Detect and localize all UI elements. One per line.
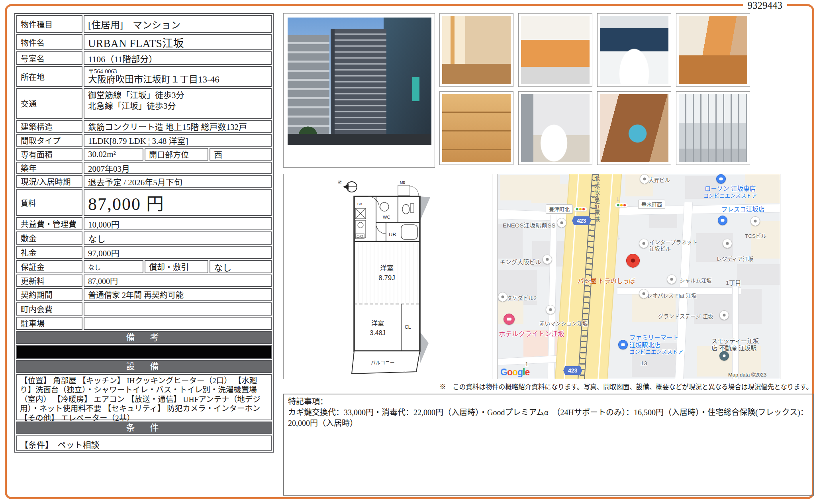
location-map: ↓ ↓ ↑ 北大阪急行電鉄 豊津町北 垂水町西 423 423 大昇ビル ローソ… — [498, 174, 780, 379]
amortization-label: 償却・敷引 — [145, 260, 208, 273]
map-label-familymart-line3: コンビニエンスストア — [629, 349, 683, 355]
cl-label: CL — [405, 324, 411, 330]
map-label-tcs: TCSビル — [745, 233, 766, 239]
closet-photo — [442, 94, 511, 162]
map-block — [737, 264, 780, 285]
common-fee-value: 10,000円 — [84, 217, 272, 230]
route-shield-423: 423 — [563, 366, 582, 375]
traffic-light-icon — [574, 207, 587, 212]
layout-value: 1LDK[8.79 LDK ¦ 3.48 洋室] — [84, 134, 272, 147]
railway-label: 北大阪急行電鉄 — [593, 176, 601, 223]
table-row: 礼金 97,000円 — [16, 246, 272, 259]
parking-value — [84, 317, 272, 330]
contract-value: 普通借家 2年間 再契約可能 — [84, 288, 272, 301]
map-attribution: Map data ©2023 — [728, 372, 766, 378]
table-row: 町内会費 — [16, 302, 272, 316]
compass-icon: N — [337, 180, 357, 192]
svg-text:N: N — [337, 180, 342, 184]
layout-label: 間取タイプ — [16, 134, 82, 147]
route-shield-423: 423 — [572, 216, 591, 225]
photo-thumb-toilet — [518, 91, 592, 165]
table-row: 共益費・管理費 10,000円 — [16, 217, 272, 230]
table-row: 敷金 なし — [16, 231, 272, 245]
table-row: 号室名 1106（11階部分） — [16, 51, 272, 65]
guarantee-value: なし — [84, 260, 143, 273]
table-row: 建築構造 鉄筋コンクリート造 地上15階 総戸数132戸 — [16, 120, 272, 133]
map-label-takeda: タケダビル2 — [507, 295, 537, 302]
map-block — [498, 224, 523, 259]
remarks-header: 備 考 — [16, 331, 272, 344]
traffic-arrow-icon: ↑ — [582, 332, 586, 340]
sb-label: SB — [357, 202, 362, 206]
photo-grid — [439, 13, 750, 165]
structure-label: 建築構造 — [16, 120, 82, 133]
address-text: 大阪府吹田市江坂町１丁目13-46 — [88, 75, 219, 85]
structure-value: 鉄筋コンクリート造 地上15階 総戸数132戸 — [84, 120, 272, 133]
map-street — [732, 286, 739, 379]
wc-label: WC — [383, 215, 390, 220]
map-pin-tcs — [750, 216, 760, 226]
map-pin-charme — [667, 275, 676, 284]
table-row: 間取タイプ 1LDK[8.79 LDK ¦ 3.48 洋室] — [16, 134, 272, 147]
rent-value: 87,000 円 — [84, 189, 272, 216]
photo-thumb-kitchen — [518, 13, 592, 87]
map-label-eneos: ENEOS江坂駅前SS — [503, 222, 556, 229]
document-number: 9329443 — [743, 0, 788, 11]
map-pin-interplanet — [639, 239, 649, 248]
map-pin-lawson — [716, 174, 726, 184]
property-table: 物件種目 [住居用] マンション 物件名 URBAN FLATS江坂 号室名 1… — [14, 13, 274, 453]
map-label-lawson-line2: コンビニエンスストア — [684, 193, 776, 199]
toilet-photo — [521, 94, 590, 162]
table-row: 物件名 URBAN FLATS江坂 — [16, 34, 272, 50]
map-label-residia: レジディア江坂 — [716, 256, 754, 263]
room-no-value: 1106（11階部分） — [84, 51, 272, 65]
special-notes-body: カギ鍵交換代：33,000円・消毒代：22,000円（入居時）・Goodプレミア… — [288, 407, 809, 429]
map-pin-takeda — [498, 292, 507, 302]
map-label-familymart-line1: ファミリーマート — [629, 334, 683, 342]
floorplan-drawing: N MB SB — [336, 176, 440, 377]
map-label-charme: シャルム江坂 — [680, 278, 712, 284]
room2-label: 洋室 — [371, 320, 384, 327]
photo-thumb-hallway — [676, 13, 750, 87]
renewal-label: 更新料 — [16, 275, 82, 287]
status-label: 現況/入居時期 — [16, 175, 82, 188]
renewal-value: 87,000円 — [84, 275, 272, 287]
remarks-body — [16, 345, 272, 359]
map-label-smotty-line1: スモッティー江坂 — [711, 337, 759, 345]
traffic-arrow-icon: ↓ — [616, 195, 619, 203]
facing-value: 西 — [210, 148, 272, 161]
kitchen-photo — [521, 16, 590, 84]
map-pin-smotty — [719, 351, 729, 361]
traffic-arrow-icon: ↓ — [617, 233, 621, 241]
mb-label: MB — [400, 180, 406, 184]
map-block — [531, 184, 568, 203]
conditions-text: 【条件】 ペット相談 — [16, 435, 272, 451]
photo-thumb-living — [439, 13, 513, 87]
address-value: 〒564-0063 大阪府吹田市江坂町１丁目13-46 — [84, 66, 272, 87]
map-label-lawson: ローソン 江坂東店 コンビニエンスストア — [684, 185, 776, 199]
rent-label: 賃料 — [16, 189, 82, 216]
living-room-photo — [442, 16, 511, 84]
deposit-label: 敷金 — [16, 231, 82, 245]
map-label-king: キング大阪ビル — [500, 259, 541, 266]
built-value: 2007年03月 — [84, 162, 272, 174]
room2-size: 3.48J — [370, 329, 385, 336]
map-label-block13: 13 — [641, 360, 647, 367]
map-pin-taisho — [640, 174, 649, 184]
map-pin-grandstage — [719, 310, 729, 320]
property-name-label: 物件名 — [16, 34, 82, 50]
bathroom-photo — [600, 16, 668, 84]
map-pin-king — [543, 255, 552, 264]
map-label-fresco: フレスコ江坂店 — [705, 206, 780, 214]
table-row: 契約期間 普通借家 2年間 再契約可能 — [16, 288, 272, 301]
table-row: 所在地 〒564-0063 大阪府吹田市江坂町１丁目13-46 — [16, 66, 272, 87]
table-row: 専有面積 30.02m² 開口部方位 西 — [16, 148, 272, 161]
map-label-smotty-line2: 店 不動産 江坂駅 — [711, 345, 759, 352]
map-label-smotty: スモッティー江坂 店 不動産 江坂駅 — [711, 337, 759, 352]
area-label: 専有面積 — [16, 148, 82, 161]
town-fee-value — [84, 302, 272, 316]
access-line-1: 御堂筋線「江坂」徒歩3分 — [88, 90, 184, 101]
parking-label: 駐車場 — [16, 317, 82, 330]
deposit-value: なし — [84, 231, 272, 245]
photo-thumb-bathroom — [597, 13, 671, 87]
